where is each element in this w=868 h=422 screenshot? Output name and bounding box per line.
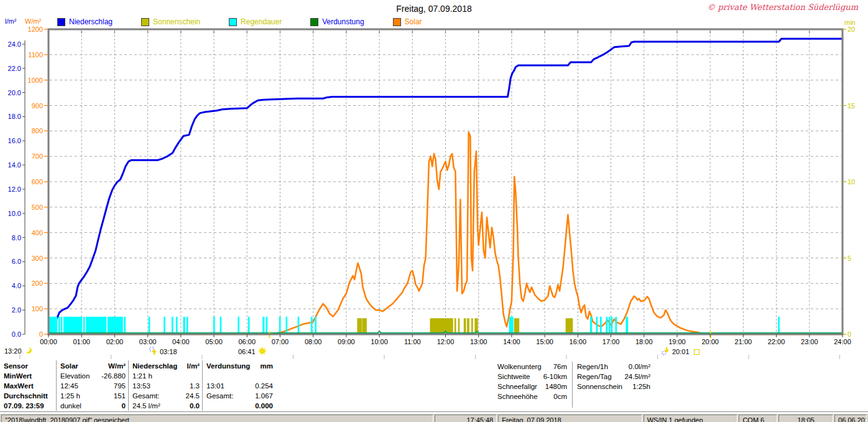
table-row: 12:45795 xyxy=(60,381,126,391)
cell-value: 1.3 xyxy=(190,382,200,390)
info-row: Schneefallgr1480m xyxy=(497,382,567,392)
moonset-time: 03:18 xyxy=(160,348,177,355)
info-row: Sonnenschein1:25h xyxy=(577,382,650,392)
cell-label: 12:45 xyxy=(60,382,78,390)
x-tick-label: 14:00 xyxy=(503,338,520,345)
statusbar-segment-3: WS/IN 1 gefunden xyxy=(644,415,738,422)
statusbar-segment-0: "2018\windbft_20180907.gif" gespeichert xyxy=(1,415,433,422)
x-tick-label: 17:00 xyxy=(603,338,620,345)
cell-label: 1:25 h xyxy=(60,392,80,400)
cell-value: W/m² xyxy=(108,362,126,370)
cell-value: 0.254 xyxy=(255,382,273,390)
table-row: 13:010.254 xyxy=(206,381,273,391)
sunset-marker: 20:01 xyxy=(662,347,699,357)
sunrise-time: 06:41 xyxy=(238,348,256,355)
statusbar-segment-2: Freitag, 07.09.2018 xyxy=(498,415,642,422)
sunrise-marker: 06:41 xyxy=(238,347,267,357)
cell-label: Gesamt: xyxy=(206,392,233,400)
x-tick-label: 13:00 xyxy=(470,338,487,345)
y-lm2-label: 6.0 xyxy=(12,258,21,265)
info-value: 0cm xyxy=(553,393,567,400)
info-value: 76m xyxy=(553,363,567,370)
cell-label: dunkel xyxy=(60,402,81,410)
info-value: 0.0l/m² xyxy=(629,363,650,370)
info-label: Regen/1h xyxy=(577,363,627,370)
y-min-label: 15 xyxy=(847,102,855,110)
status-bar: "2018\windbft_20180907.gif" gespeichert1… xyxy=(0,413,868,422)
y-wm2-label: 200 xyxy=(32,279,43,287)
y-wm2-label: 500 xyxy=(32,204,43,211)
x-tick-label: 11:00 xyxy=(404,338,421,345)
table-row: 0.000 xyxy=(206,401,273,411)
row-label: Durchschnitt xyxy=(4,391,53,401)
x-tick-label: 03:00 xyxy=(139,338,157,345)
statusbar-segment-1: 17:45:48 xyxy=(435,415,497,422)
row-label: MaxWert xyxy=(4,381,53,391)
cell-label: 24.5 l/m² xyxy=(132,402,160,410)
cell-label: 13:01 xyxy=(206,382,224,390)
y-lm2-label: 14.0 xyxy=(8,161,21,169)
y-wm2-label: 400 xyxy=(32,229,43,237)
row-label: 07.09. 23:59 xyxy=(4,401,53,411)
cell-value: 795 xyxy=(114,382,126,390)
y-lm2-label: 8.0 xyxy=(12,234,21,241)
x-tick-label: 19:00 xyxy=(668,338,686,345)
statusbar-segment-4: COM 6 xyxy=(739,415,777,422)
y-wm2-label: 1200 xyxy=(28,26,43,33)
x-tick-label: 04:00 xyxy=(172,338,190,345)
cell-value: l/m² xyxy=(187,362,200,370)
cell-value: 0.0 xyxy=(190,402,200,410)
info-row: Regen/1h0.0l/m² xyxy=(577,362,650,372)
cell-label: Elevation xyxy=(60,372,90,380)
cell-value: 1.067 xyxy=(255,392,273,400)
table-column-solar: SolarW/m²Elevation-26.88012:457951:25 h1… xyxy=(56,360,128,411)
table-row: 1:25 h151 xyxy=(60,391,126,401)
cell-label: Gesamt: xyxy=(132,392,159,400)
column-header: Verdunstungmm xyxy=(206,361,273,371)
x-tick-label: 23:00 xyxy=(801,338,818,345)
table-row xyxy=(206,371,273,381)
info-value: 6-10km xyxy=(543,373,567,380)
cell-value: mm xyxy=(261,362,273,370)
moon-icon xyxy=(24,346,33,355)
y-wm2-label: 0 xyxy=(39,331,43,338)
x-tick-label: 10:00 xyxy=(371,338,388,345)
info-value: 24.5l/m² xyxy=(624,373,650,380)
x-tick-label: 20:00 xyxy=(701,338,719,345)
y-lm2-label: 20.0 xyxy=(8,89,21,96)
cell-value: 0 xyxy=(122,402,126,410)
table-row: Elevation-26.880 xyxy=(60,371,126,381)
table-row: Gesamt:24.5 xyxy=(132,391,200,401)
sunset-square-icon xyxy=(694,349,699,355)
x-tick-label: 09:00 xyxy=(338,338,355,345)
x-tick-label: 00:00 xyxy=(40,338,57,345)
x-tick-label: 05:00 xyxy=(205,338,223,345)
info-divider xyxy=(572,362,573,408)
y-wm2-label: 300 xyxy=(32,255,43,262)
info-label: Sichtweite xyxy=(497,373,543,380)
table-column-niederschlag: Niederschlagl/m²1:21 h13:531.3Gesamt:24.… xyxy=(128,360,202,411)
y-lm2-label: 24.0 xyxy=(8,40,21,48)
y-wm2-label: 700 xyxy=(32,152,43,160)
x-tick-label: 21:00 xyxy=(735,338,752,345)
y-lm2-label: 18.0 xyxy=(8,113,21,120)
column-header: SolarW/m² xyxy=(60,361,126,371)
x-tick-label: 06:00 xyxy=(238,338,256,345)
table-row: 24.5 l/m²0.0 xyxy=(132,401,200,411)
weather-chart: 00:0001:0002:0003:0004:0005:0006:0007:00… xyxy=(0,0,868,362)
x-tick-label: 16:00 xyxy=(570,338,587,345)
y-min-label: 0 xyxy=(847,331,851,338)
y-lm2-label: 0.0 xyxy=(12,331,21,338)
cell-value: -26.880 xyxy=(101,372,126,380)
table-row: dunkel0 xyxy=(60,401,126,411)
x-tick-label: 22:00 xyxy=(768,338,785,345)
series-sonnenschein xyxy=(357,318,573,334)
sunset-arrow-icon xyxy=(662,347,670,357)
cell-value: 151 xyxy=(114,392,126,400)
statusbar-segment-5: 18:05 xyxy=(778,415,833,422)
info-label: Regen/Tag xyxy=(577,373,624,380)
sunset-time: 20:01 xyxy=(672,348,690,355)
row-label: Sensor xyxy=(4,361,53,371)
y-wm2-label: 800 xyxy=(32,127,43,134)
column-header: Niederschlagl/m² xyxy=(132,361,200,371)
